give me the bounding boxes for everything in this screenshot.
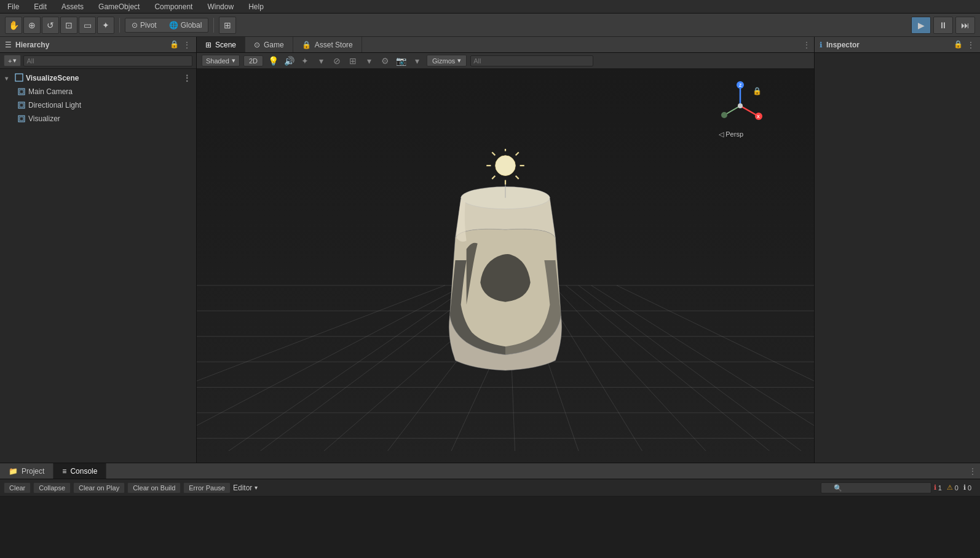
error-count: 1 bbox=[938, 484, 942, 492]
overlay-icon[interactable]: ⊘ bbox=[331, 55, 343, 67]
separator-2 bbox=[213, 18, 214, 33]
hierarchy-panel: ☰ Hierarchy 🔒 ⋮ + ▾ ▾ V bbox=[0, 37, 197, 463]
pivot-label: Pivot bbox=[140, 21, 157, 30]
hierarchy-lock-icon[interactable]: 🔒 bbox=[170, 40, 179, 50]
grid-dropdown[interactable]: ▾ bbox=[363, 55, 375, 67]
tab-asset-store[interactable]: 🔒 Asset Store bbox=[293, 37, 362, 52]
hierarchy-search-input[interactable] bbox=[23, 55, 192, 66]
hierarchy-more-icon[interactable]: ⋮ bbox=[183, 40, 191, 50]
error-pause-button[interactable]: Error Pause bbox=[183, 482, 231, 493]
svg-rect-5 bbox=[18, 116, 25, 122]
svg-rect-3 bbox=[18, 102, 25, 108]
pivot-icon: ⊙ bbox=[132, 21, 138, 30]
camera-icon[interactable]: 📷 bbox=[395, 55, 407, 67]
menu-gameobject[interactable]: GameObject bbox=[96, 1, 142, 12]
inspector-more-icon[interactable]: ⋮ bbox=[966, 40, 975, 50]
settings-icon[interactable]: ⚙ bbox=[379, 55, 391, 67]
effects-icon[interactable]: ✦ bbox=[299, 55, 311, 67]
editor-dropdown[interactable]: Editor ▾ bbox=[233, 484, 258, 492]
svg-line-28 bbox=[617, 285, 814, 381]
main-camera-icon bbox=[17, 87, 26, 96]
play-button[interactable]: ▶ bbox=[911, 17, 931, 34]
hierarchy-header: ☰ Hierarchy 🔒 ⋮ bbox=[0, 37, 196, 53]
2d-button[interactable]: 2D bbox=[243, 55, 263, 66]
menu-help[interactable]: Help bbox=[246, 1, 266, 12]
lighting-icon[interactable]: 💡 bbox=[267, 55, 279, 67]
menu-window[interactable]: Window bbox=[205, 1, 236, 12]
play-controls: ▶ ⏸ ⏭ bbox=[911, 17, 975, 34]
add-hierarchy-button[interactable]: + ▾ bbox=[4, 55, 21, 66]
console-tab-icon: ≡ bbox=[62, 467, 66, 476]
log-icon: ℹ bbox=[963, 484, 966, 492]
scene-tab-icon: ⊞ bbox=[205, 41, 211, 49]
add-dropdown-icon: ▾ bbox=[13, 57, 17, 65]
clear-on-build-button[interactable]: Clear on Build bbox=[127, 482, 181, 493]
gizmos-button[interactable]: Gizmos ▾ bbox=[427, 55, 467, 66]
gizmo-svg: Z X 🔒 bbox=[716, 81, 765, 130]
svg-point-48 bbox=[738, 103, 743, 108]
effects-dropdown[interactable]: ▾ bbox=[315, 55, 327, 67]
editor-arrow: ▾ bbox=[255, 484, 258, 491]
camera-dropdown[interactable]: ▾ bbox=[411, 55, 423, 67]
grid-overlay-icon[interactable]: ⊞ bbox=[347, 55, 359, 67]
inspector-lock-icon[interactable]: 🔒 bbox=[954, 40, 963, 50]
pivot-button[interactable]: ⊙ Pivot bbox=[125, 18, 163, 32]
toolbar: ✋ ⊕ ↺ ⊡ ▭ ✦ ⊙ Pivot 🌐 Global ⊞ ▶ ⏸ ⏭ bbox=[0, 14, 980, 37]
scene-viewport[interactable]: .grid-line { stroke: rgba(150,150,150,0.… bbox=[197, 69, 814, 463]
scene-search-input[interactable] bbox=[470, 55, 593, 66]
scale-tool-button[interactable]: ⊡ bbox=[60, 17, 77, 34]
move-tool-button[interactable]: ⊕ bbox=[23, 17, 41, 34]
bottom-tab-more[interactable]: ⋮ bbox=[965, 463, 980, 479]
scene-toolbar: Shaded ▾ 2D 💡 🔊 ✦ ▾ ⊘ ⊞ ▾ ⚙ 📷 ▾ Gizmos ▾ bbox=[197, 53, 814, 69]
svg-line-31 bbox=[516, 152, 519, 155]
console-toolbar: Clear Collapse Clear on Play Clear on Bu… bbox=[0, 479, 980, 496]
transform-tool-button[interactable]: ✦ bbox=[97, 17, 114, 34]
tab-game[interactable]: ⊙ Game bbox=[245, 37, 293, 52]
pause-button[interactable]: ⏸ bbox=[933, 17, 953, 34]
log-count-badge: ℹ 0 bbox=[963, 484, 971, 492]
hierarchy-icon: ☰ bbox=[5, 41, 12, 49]
hierarchy-item-visualizer[interactable]: Visualizer bbox=[0, 112, 196, 126]
hierarchy-item-directional-light[interactable]: Directional Light bbox=[0, 98, 196, 112]
svg-point-29 bbox=[496, 156, 516, 176]
scene-tab-more[interactable]: ⋮ bbox=[799, 37, 814, 52]
visualizescene-label: VisualizeScene bbox=[26, 74, 79, 82]
audio-icon[interactable]: 🔊 bbox=[283, 55, 295, 67]
hierarchy-item-main-camera[interactable]: Main Camera bbox=[0, 85, 196, 98]
menu-component[interactable]: Component bbox=[152, 1, 195, 12]
shaded-dropdown[interactable]: Shaded ▾ bbox=[202, 55, 240, 66]
svg-line-27 bbox=[591, 285, 814, 426]
hand-tool-button[interactable]: ✋ bbox=[5, 17, 22, 34]
rotate-tool-button[interactable]: ↺ bbox=[42, 17, 59, 34]
svg-rect-0 bbox=[15, 74, 23, 81]
inspector-info-icon: ℹ bbox=[820, 41, 823, 49]
tab-console[interactable]: ≡ Console bbox=[53, 463, 106, 479]
global-button[interactable]: 🌐 Global bbox=[163, 18, 208, 32]
hierarchy-item-visualizescene[interactable]: ▾ VisualizeScene ⋮ bbox=[0, 71, 196, 85]
visualizescene-options[interactable]: ⋮ bbox=[183, 73, 196, 83]
menu-assets[interactable]: Assets bbox=[59, 1, 86, 12]
menu-file[interactable]: File bbox=[5, 1, 22, 12]
collapse-button[interactable]: Collapse bbox=[33, 482, 71, 493]
menu-edit[interactable]: Edit bbox=[31, 1, 49, 12]
inspector-title: Inspector bbox=[826, 41, 859, 49]
svg-rect-4 bbox=[20, 103, 23, 107]
rect-tool-button[interactable]: ▭ bbox=[79, 17, 96, 34]
global-icon: 🌐 bbox=[169, 21, 178, 30]
expand-arrow-visualizescene: ▾ bbox=[5, 75, 12, 82]
svg-text:X: X bbox=[757, 114, 760, 119]
clear-on-play-button[interactable]: Clear on Play bbox=[73, 482, 125, 493]
step-button[interactable]: ⏭ bbox=[955, 17, 975, 34]
clear-button[interactable]: Clear bbox=[4, 482, 31, 493]
separator-1 bbox=[119, 18, 120, 33]
grid-button[interactable]: ⊞ bbox=[219, 17, 236, 34]
console-search-input[interactable] bbox=[821, 482, 931, 493]
asset-store-icon: 🔒 bbox=[302, 41, 311, 49]
asset-store-label: Asset Store bbox=[315, 41, 353, 49]
svg-text:🔒: 🔒 bbox=[753, 86, 762, 95]
tab-scene[interactable]: ⊞ Scene bbox=[197, 37, 245, 52]
project-tab-icon: 📁 bbox=[9, 467, 18, 476]
svg-text:Z: Z bbox=[739, 83, 742, 87]
pivot-global-group: ⊙ Pivot 🌐 Global bbox=[125, 18, 208, 33]
tab-project[interactable]: 📁 Project bbox=[0, 463, 53, 479]
